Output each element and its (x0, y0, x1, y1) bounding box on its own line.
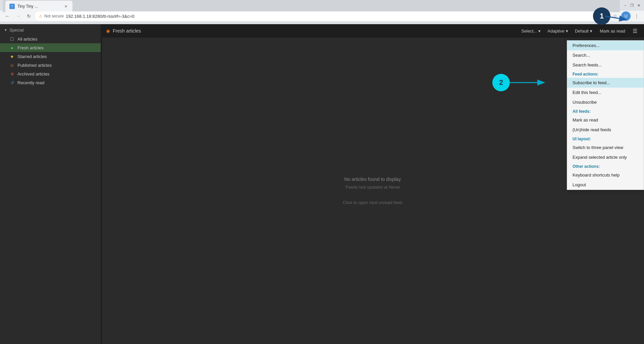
browser-tab[interactable]: T Tiny Tiny ... ✕ (5, 1, 72, 12)
menu-item-search-feeds[interactable]: Search feeds... (567, 60, 644, 70)
sidebar-item-archived-articles[interactable]: ⊠ Archived articles (0, 69, 101, 78)
annotation-arrow-1 (602, 9, 629, 26)
article-area: No articles found to display. Feeds last… (102, 38, 644, 344)
svg-line-0 (605, 16, 625, 19)
menu-item-search[interactable]: Search... (567, 50, 644, 60)
title-bar: T Tiny Tiny ... ✕ − ❐ ✕ (0, 0, 644, 11)
annotation-2-container: 2 (492, 74, 547, 91)
minimize-btn[interactable]: − (623, 3, 628, 8)
forward-btn[interactable]: → (13, 11, 23, 21)
default-chevron: ▾ (590, 29, 592, 34)
tab-favicon: T (9, 4, 15, 9)
starred-articles-icon: ★ (9, 54, 15, 59)
menu-item-switch-three-panel[interactable]: Switch to three panel view (567, 143, 644, 152)
feed-icon: ◉ (106, 28, 110, 34)
sidebar-item-label-published: Published articles (17, 63, 52, 68)
select-chevron: ▾ (538, 29, 541, 34)
section-label: Special (9, 28, 24, 33)
sidebar-item-label-all: All articles (17, 37, 37, 42)
menu-section-feed-actions: Feed actions: (567, 70, 644, 78)
address-bar-row: ← → ↻ ⚠ Not secure 192.168.1.18:8280/tt-… (0, 11, 644, 21)
all-articles-icon: ☐ (9, 36, 15, 42)
tab-close-btn[interactable]: ✕ (63, 4, 68, 9)
published-articles-icon: ◎ (9, 62, 15, 68)
menu-item-expand-selected[interactable]: Expand selected article only (567, 152, 644, 162)
menu-item-unsubscribe[interactable]: Unsubscribe (567, 97, 644, 107)
menu-item-preferences[interactable]: Preferences... (567, 41, 644, 50)
sidebar-item-label-fresh: Fresh articles (17, 45, 44, 50)
back-btn[interactable]: ← (3, 11, 12, 21)
no-articles-msg: No articles found to display. (344, 177, 402, 182)
feed-title: Fresh articles (113, 28, 516, 34)
sidebar-item-label-archived: Archived articles (17, 71, 49, 77)
main-content: ◉ Fresh articles Select... ▾ Adaptive ▾ … (102, 24, 644, 344)
tab-bar: T Tiny Tiny ... ✕ (3, 0, 620, 12)
menu-item-edit-this-feed[interactable]: Edit this feed... (567, 88, 644, 97)
annotation-arrow-2 (510, 79, 547, 87)
sidebar-item-label-starred: Starred articles (17, 54, 47, 59)
select-dropdown-btn[interactable]: Select... ▾ (518, 27, 543, 35)
app-layout: ▼ Special ☐ All articles ● Fresh article… (0, 24, 644, 344)
click-to-open-msg: Click to open next unread feed. (343, 200, 403, 205)
sidebar-section-special: ▼ Special ☐ All articles ● Fresh article… (0, 24, 101, 88)
adaptive-chevron: ▾ (566, 29, 568, 34)
feeds-updated-msg: Feeds last updated at Never (346, 185, 400, 190)
sidebar-item-starred-articles[interactable]: ★ Starred articles (0, 52, 101, 61)
address-bar[interactable]: ⚠ Not secure 192.168.1.18:8280/tt-rss/#f… (35, 11, 606, 21)
collapse-arrow: ▼ (4, 28, 7, 32)
mark-as-read-btn[interactable]: Mark as read (596, 27, 629, 35)
menu-item-logout[interactable]: Logout (567, 180, 644, 190)
more-btn[interactable]: ⋮ (632, 11, 641, 21)
menu-section-ui-layout: UI layout: (567, 135, 644, 143)
close-btn[interactable]: ✕ (636, 3, 641, 8)
sidebar-item-fresh-articles[interactable]: ● Fresh articles (0, 43, 101, 52)
menu-item-mark-as-read[interactable]: Mark as read (567, 115, 644, 125)
security-icon: ⚠ (39, 14, 42, 18)
sidebar-item-recently-read[interactable]: ↺ Recently read (0, 78, 101, 87)
top-bar: ◉ Fresh articles Select... ▾ Adaptive ▾ … (102, 24, 644, 38)
menu-item-unhide-read-feeds[interactable]: (Un)hide read feeds (567, 125, 644, 135)
menu-section-other-actions: Other actions: (567, 162, 644, 170)
recently-read-icon: ↺ (9, 80, 15, 85)
archived-articles-icon: ⊠ (9, 71, 15, 77)
tab-title: Tiny Tiny ... (17, 4, 60, 9)
fresh-articles-icon: ● (9, 45, 15, 50)
default-dropdown-btn[interactable]: Default ▾ (572, 27, 595, 35)
hamburger-menu-btn[interactable]: ☰ (630, 26, 640, 36)
security-label: Not secure (44, 14, 64, 18)
sidebar-section-header[interactable]: ▼ Special (0, 26, 101, 35)
sidebar-item-published-articles[interactable]: ◎ Published articles (0, 61, 101, 69)
sidebar-item-label-recently-read: Recently read (17, 80, 44, 85)
menu-item-keyboard-shortcuts[interactable]: Keyboard shortcuts help (567, 170, 644, 180)
sidebar: ▼ Special ☐ All articles ● Fresh article… (0, 24, 101, 344)
address-text: 192.168.1.18:8280/tt-rss/#f=-3&c=0 (66, 14, 135, 19)
adaptive-dropdown-btn[interactable]: Adaptive ▾ (545, 27, 571, 35)
sidebar-item-all-articles[interactable]: ☐ All articles (0, 35, 101, 43)
annotation-circle-2: 2 (492, 74, 510, 91)
menu-item-subscribe-to-feed[interactable]: Subscribe to feed... (567, 78, 644, 88)
refresh-btn[interactable]: ↻ (24, 11, 34, 21)
top-bar-actions: Select... ▾ Adaptive ▾ Default ▾ Mark as… (518, 26, 640, 36)
restore-btn[interactable]: ❐ (629, 3, 635, 8)
browser-chrome: T Tiny Tiny ... ✕ − ❐ ✕ ← → ↻ ⚠ Not secu… (0, 0, 644, 24)
menu-section-all-feeds: All feeds: (567, 107, 644, 115)
dropdown-menu: Preferences... Search... Search feeds...… (567, 40, 644, 190)
window-controls: − ❐ ✕ (623, 3, 641, 8)
